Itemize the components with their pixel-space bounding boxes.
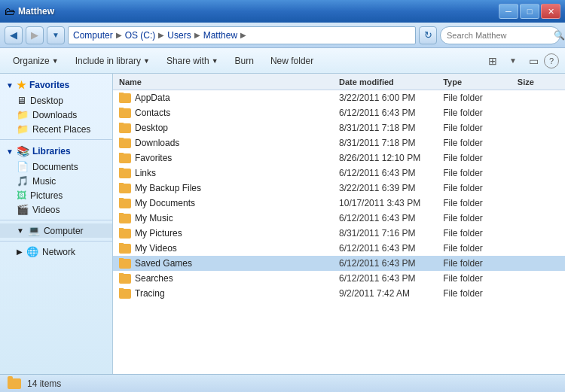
file-name-cell: Tracing	[116, 288, 339, 299]
table-row[interactable]: Saved Games6/12/2011 6:43 PMFile folder	[113, 256, 565, 271]
minimize-button[interactable]: ─	[499, 4, 518, 19]
breadcrumb-matthew[interactable]: Matthew	[203, 30, 237, 41]
file-type-cell: File folder	[443, 168, 518, 178]
burn-button[interactable]: Burn	[228, 51, 261, 71]
network-icon: 🌐	[26, 246, 38, 257]
column-size[interactable]: Size	[518, 77, 562, 87]
sidebar-item-recent-places[interactable]: 📁 Recent Places	[0, 122, 112, 136]
close-button[interactable]: ✕	[541, 4, 560, 19]
table-row[interactable]: My Pictures8/31/2011 7:16 PMFile folder	[113, 226, 565, 241]
file-list-header: Name Date modified Type Size	[113, 74, 565, 90]
folder-icon	[119, 289, 131, 299]
new-folder-button[interactable]: New folder	[264, 51, 320, 71]
breadcrumb-bar[interactable]: Computer ▶ OS (C:) ▶ Users ▶ Matthew ▶	[68, 26, 416, 44]
favorites-star-icon: ★	[17, 79, 26, 91]
favorites-collapse-icon: ▼	[6, 81, 14, 90]
status-bar: 14 items	[0, 374, 565, 392]
recent-locations-button[interactable]: ▼	[47, 26, 65, 44]
file-name-cell: Downloads	[116, 138, 339, 148]
folder-icon	[119, 108, 131, 118]
network-section: ▶ 🌐 Network	[0, 245, 112, 259]
folder-icon	[119, 123, 131, 133]
address-bar: ◀ ▶ ▼ Computer ▶ OS (C:) ▶ Users ▶ Matth…	[0, 23, 565, 48]
file-name-cell: Favorites	[116, 153, 339, 163]
sidebar-item-pictures[interactable]: 🖼 Pictures	[0, 188, 112, 202]
breadcrumb-users[interactable]: Users	[167, 30, 191, 41]
file-type-cell: File folder	[443, 288, 518, 299]
sidebar-item-network[interactable]: ▶ 🌐 Network	[0, 245, 112, 259]
file-name-cell: My Documents	[116, 198, 339, 208]
folder-icon	[119, 259, 131, 269]
title-bar-controls: ─ □ ✕	[499, 4, 560, 19]
table-row[interactable]: My Music6/12/2011 6:43 PMFile folder	[113, 211, 565, 226]
favorites-header[interactable]: ▼ ★ Favorites	[0, 77, 112, 93]
file-type-cell: File folder	[443, 198, 518, 208]
sidebar-item-videos[interactable]: 🎬 Videos	[0, 202, 112, 217]
folder-icon	[119, 169, 131, 178]
column-type[interactable]: Type	[443, 77, 518, 87]
include-dropdown-arrow: ▼	[143, 57, 150, 65]
table-row[interactable]: Searches6/12/2011 6:43 PMFile folder	[113, 271, 565, 286]
breadcrumb-drive[interactable]: OS (C:)	[125, 30, 156, 41]
toolbar: Organize ▼ Include in library ▼ Share wi…	[0, 48, 565, 74]
file-date-cell: 6/12/2011 6:43 PM	[339, 258, 443, 269]
file-date-cell: 6/12/2011 6:43 PM	[339, 273, 443, 284]
share-with-button[interactable]: Share with ▼	[160, 51, 225, 71]
sidebar-item-music[interactable]: 🎵 Music	[0, 174, 112, 188]
file-date-cell: 6/12/2011 6:43 PM	[339, 243, 443, 254]
title-bar-title: Matthew	[18, 6, 54, 17]
file-date-cell: 6/12/2011 6:43 PM	[339, 213, 443, 223]
sidebar-item-desktop[interactable]: 🖥 Desktop	[0, 93, 112, 108]
file-date-cell: 9/2/2011 7:42 AM	[339, 288, 443, 299]
file-name-cell: My Videos	[116, 243, 339, 254]
table-row[interactable]: My Backup Files3/22/2011 6:39 PMFile fol…	[113, 181, 565, 196]
table-row[interactable]: Desktop8/31/2011 7:18 PMFile folder	[113, 120, 565, 135]
libraries-icon: 📚	[17, 145, 29, 157]
breadcrumb-computer[interactable]: Computer	[73, 30, 113, 41]
libraries-header[interactable]: ▼ 📚 Libraries	[0, 143, 112, 160]
file-type-cell: File folder	[443, 93, 518, 103]
search-bar[interactable]: 🔍	[440, 26, 560, 44]
view-details-button[interactable]: ⊞	[483, 51, 502, 71]
table-row[interactable]: My Documents10/17/2011 3:43 PMFile folde…	[113, 196, 565, 211]
sidebar-item-documents[interactable]: 📄 Documents	[0, 160, 112, 174]
include-in-library-button[interactable]: Include in library ▼	[69, 51, 157, 71]
file-name-cell: Links	[116, 168, 339, 178]
help-button[interactable]: ?	[544, 53, 559, 68]
table-row[interactable]: AppData3/22/2011 6:00 PMFile folder	[113, 90, 565, 105]
sidebar-item-computer[interactable]: ▼ 💻 Computer	[0, 223, 112, 238]
file-rows: AppData3/22/2011 6:00 PMFile folderConta…	[113, 90, 565, 301]
table-row[interactable]: Contacts6/12/2011 6:43 PMFile folder	[113, 105, 565, 120]
file-type-cell: File folder	[443, 258, 518, 269]
forward-button[interactable]: ▶	[26, 26, 44, 44]
table-row[interactable]: Links6/12/2011 6:43 PMFile folder	[113, 166, 565, 181]
table-row[interactable]: Downloads8/31/2011 7:18 PMFile folder	[113, 135, 565, 150]
table-row[interactable]: Tracing9/2/2011 7:42 AMFile folder	[113, 286, 565, 301]
search-input[interactable]	[447, 31, 551, 40]
table-row[interactable]: Favorites8/26/2011 12:10 PMFile folder	[113, 150, 565, 166]
file-name-cell: My Backup Files	[116, 183, 339, 193]
status-item-count: 14 items	[27, 378, 61, 389]
file-type-cell: File folder	[443, 273, 518, 284]
main-layout: ▼ ★ Favorites 🖥 Desktop 📁 Downloads 📁 Re…	[0, 74, 565, 374]
file-name-cell: Desktop	[116, 123, 339, 133]
maximize-button[interactable]: □	[520, 4, 539, 19]
view-dropdown-button[interactable]: ▼	[503, 51, 523, 71]
file-name-cell: AppData	[116, 93, 339, 103]
folder-icon	[119, 184, 131, 193]
column-name[interactable]: Name	[116, 77, 339, 87]
preview-pane-button[interactable]: ▭	[524, 51, 543, 71]
refresh-button[interactable]: ↻	[419, 26, 437, 44]
status-folder-icon	[8, 378, 21, 389]
file-date-cell: 8/31/2011 7:18 PM	[339, 123, 443, 133]
sidebar-item-downloads[interactable]: 📁 Downloads	[0, 108, 112, 122]
column-date-modified[interactable]: Date modified	[339, 77, 443, 87]
table-row[interactable]: My Videos6/12/2011 6:43 PMFile folder	[113, 241, 565, 256]
organize-button[interactable]: Organize ▼	[6, 51, 66, 71]
file-date-cell: 10/17/2011 3:43 PM	[339, 198, 443, 208]
folder-icon	[119, 274, 131, 284]
back-button[interactable]: ◀	[5, 26, 23, 44]
folder-icon	[119, 214, 131, 223]
file-type-cell: File folder	[443, 123, 518, 133]
file-type-cell: File folder	[443, 213, 518, 223]
